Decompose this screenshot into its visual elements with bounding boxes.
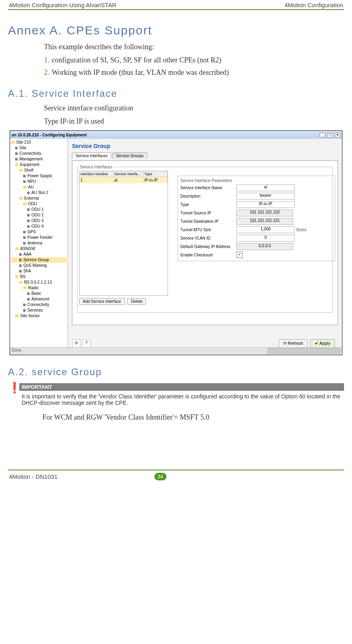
tree-node[interactable]: Radio [11, 285, 67, 291]
text-field: 0.0.0.0 [236, 243, 293, 250]
param-row: Tunnel MTU Size1,000Bytes [180, 226, 332, 233]
text-field: 101.101.101.102 [236, 210, 293, 216]
grid-row[interactable]: 1 al IP-in-IP [80, 177, 168, 183]
annex-list: 1.configuration of SI, SG, SP, SF for al… [44, 56, 344, 77]
param-row: Service Interface Nameal [180, 184, 332, 191]
param-row: TypeIP-in-IP [180, 201, 332, 208]
screenshot-window: on 10.0.26.210 - Configuring Equipment _… [10, 130, 342, 355]
tree-node[interactable]: Services [11, 308, 67, 313]
unit-label: Bytes [296, 228, 306, 232]
fieldset-label: Service Interfaces [79, 165, 113, 169]
tree-node[interactable]: Service Group [11, 257, 67, 263]
annex-intro: This example describes the following: [44, 43, 344, 51]
spinner-field[interactable]: 0 [236, 235, 295, 242]
tree-node[interactable]: Site Sector [11, 313, 67, 319]
refresh-button[interactable]: ⟳ Refresh [279, 339, 308, 348]
header-left: 4Motion Configuration Using AlvariSTAR [9, 2, 116, 8]
tree-node[interactable]: Connectivity [11, 151, 67, 156]
refresh-small-icon[interactable]: ⟳ [72, 340, 80, 348]
add-service-interface-button[interactable]: Add Service Interface [79, 298, 125, 305]
param-label: Service Interface Name [180, 186, 236, 190]
text-field: 101.101.101.101 [236, 218, 293, 225]
important-text: It is important to verify that the 'Vend… [19, 391, 344, 406]
param-row: Default Gateway IP Address0.0.0.0 [180, 243, 332, 250]
annex-title: Annex A. CPEs Support [8, 24, 344, 37]
param-label: Type [180, 202, 236, 207]
param-row: Service VLAN ID0 [180, 235, 332, 242]
a1-p1: Service interface configuration [44, 104, 344, 112]
status-icons: ⟳ ? [72, 340, 91, 348]
interface-grid[interactable]: Interface Number Service Interfa... Type… [79, 171, 168, 296]
tree-node[interactable]: GPS [11, 229, 67, 235]
tree-node[interactable]: ODU 2 [11, 212, 67, 218]
page-number: 34 [154, 473, 166, 480]
param-label: Enable Checksum [180, 253, 236, 257]
tree-node[interactable]: QoS Marking [11, 263, 67, 268]
tree-node[interactable]: Antenna [11, 240, 67, 246]
tree-node[interactable]: Site 210 [11, 140, 67, 145]
list-item: Working with IP mode (thus far, VLAN mod… [52, 68, 229, 76]
tree-node[interactable]: Equipment [11, 162, 67, 168]
list-item: configuration of SI, SG, SP, SF for all … [52, 56, 222, 64]
maximize-icon[interactable]: □ [327, 133, 333, 138]
footer-left: 4Motion - DN1031 [9, 473, 58, 480]
select-field[interactable]: IP-in-IP [236, 201, 295, 208]
tab-service-interfaces[interactable]: Service Interfaces [72, 152, 111, 159]
tree-node[interactable]: Connectivity [11, 302, 67, 308]
tree-node[interactable]: AU [11, 184, 67, 190]
parameters-panel: Service Interface Parameters Service Int… [178, 176, 335, 261]
close-icon[interactable]: × [335, 133, 340, 138]
params-title: Service Interface Parameters [180, 178, 332, 183]
tree-node[interactable]: Site [11, 145, 67, 151]
tree-node[interactable]: ASNGW [11, 246, 67, 252]
apply-button[interactable]: ✔ Apply [310, 339, 335, 348]
progress-bar [268, 348, 340, 354]
tree-node[interactable]: Advanced [11, 296, 67, 302]
tree-node[interactable]: External [11, 196, 67, 201]
tree-node[interactable]: AU Slot 2 [11, 190, 67, 196]
important-label: IMPORTANT [19, 383, 344, 391]
param-row: Descriptionbearer [180, 193, 332, 200]
grid-header[interactable]: Service Interfa... [114, 171, 144, 177]
section-a1-title: A.1. Service Interface [8, 88, 344, 99]
important-note: ❗ IMPORTANT It is important to verify th… [8, 383, 344, 406]
text-field[interactable]: al [236, 184, 295, 191]
grid-header[interactable]: Type [144, 171, 168, 177]
param-label: Description [180, 194, 236, 198]
panel-title: Service Group [72, 143, 338, 149]
minimize-icon[interactable]: _ [320, 133, 325, 138]
param-label: Tunnel MTU Size [180, 228, 236, 232]
tree-node[interactable]: ODU 1 [11, 207, 67, 212]
help-icon[interactable]: ? [82, 340, 90, 348]
important-icon: ❗ [8, 384, 19, 392]
param-row: Tunnel Destination IP101.101.101.101 [180, 218, 332, 225]
tree-node[interactable]: SFA [11, 268, 67, 274]
tree-node[interactable]: NPU [11, 179, 67, 184]
tree-node[interactable]: Power Supply [11, 173, 67, 179]
tree-node[interactable]: Shelf [11, 168, 67, 173]
tree-node[interactable]: ODU 4 [11, 224, 67, 229]
tree-node[interactable]: Power Feeder [11, 235, 67, 240]
section-a2-title: A.2. service Group [8, 366, 344, 378]
tree-node[interactable]: ODU 3 [11, 218, 67, 224]
param-label: Tunnel Source IP [180, 211, 236, 215]
tree-node[interactable]: ODU [11, 201, 67, 207]
delete-button[interactable]: Delete [127, 298, 146, 305]
grid-header[interactable]: Interface Number [80, 171, 114, 177]
tab-service-groups[interactable]: Service Groups [112, 152, 147, 159]
nav-tree[interactable]: Site 210SiteConnectivityManagementEquipm… [10, 139, 68, 348]
tree-node[interactable]: Basic [11, 291, 67, 296]
window-title: on 10.0.26.210 - Configuring Equipment [12, 133, 87, 137]
tree-node[interactable]: AAA [11, 252, 67, 257]
tree-node[interactable]: BS 0.0.2.1.2.13 [11, 280, 67, 285]
param-label: Tunnel Destination IP [180, 219, 236, 224]
tree-node[interactable]: Management [11, 156, 67, 162]
text-field[interactable]: bearer [236, 193, 295, 200]
status-bar: Done. [10, 347, 342, 355]
param-label: Service VLAN ID [180, 236, 236, 240]
tree-node[interactable]: BS [11, 274, 67, 280]
spinner-field[interactable]: 1,000 [236, 226, 295, 233]
tabs: Service Interfaces Service Groups [72, 152, 338, 160]
checkbox[interactable]: ✓ [236, 252, 243, 258]
param-row: Enable Checksum✓ [180, 252, 332, 258]
